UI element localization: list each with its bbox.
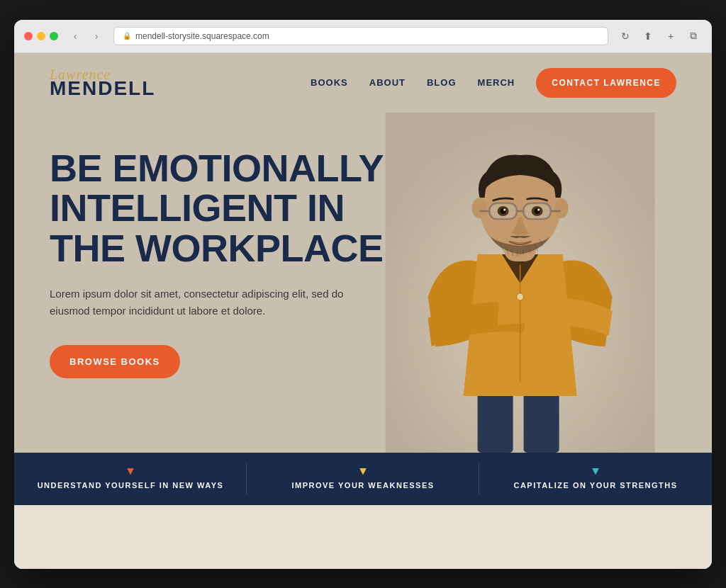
banner-text-1: UNDERSTAND YOURSELF IN NEW WAYS	[38, 481, 224, 490]
hero-title-line2: INTELLIGENT IN	[50, 186, 345, 229]
nav-books[interactable]: BOOKS	[311, 77, 348, 88]
copy-button[interactable]: ⧉	[685, 28, 702, 45]
banner-text-2: IMPROVE YOUR WEAKNESSES	[291, 481, 434, 490]
browser-nav: ‹ ›	[67, 28, 105, 45]
logo-bold: MENDELL	[50, 79, 155, 98]
nav-merch[interactable]: MERCH	[478, 77, 515, 88]
svg-point-7	[471, 198, 486, 218]
banner-item-2[interactable]: IMPROVE YOUR WEAKNESSES	[247, 453, 479, 505]
dot-yellow-icon	[359, 468, 367, 475]
nav-about[interactable]: ABOUT	[369, 77, 406, 88]
forward-button[interactable]: ›	[88, 28, 105, 45]
lock-icon: 🔒	[123, 32, 131, 40]
new-tab-button[interactable]: +	[662, 28, 679, 45]
browse-books-button[interactable]: BROWSE BOOKS	[50, 345, 180, 378]
dot-orange-icon	[127, 468, 134, 475]
hero-content: BE EMOTIONALLY INTELLIGENT IN THE WORKPL…	[50, 141, 394, 410]
close-button[interactable]	[24, 32, 33, 40]
site-nav: BOOKS ABOUT BLOG MERCH CONTACT LAWRENCE	[311, 68, 676, 98]
hero-subtitle: Lorem ipsum dolor sit amet, consectetur …	[50, 285, 347, 320]
svg-point-20	[503, 208, 506, 210]
banner-item-1[interactable]: UNDERSTAND YOURSELF IN NEW WAYS	[14, 453, 247, 505]
url-text: mendell-storysite.squarespace.com	[135, 31, 269, 41]
dot-teal-icon	[592, 468, 599, 475]
svg-point-21	[537, 208, 540, 210]
nav-blog[interactable]: BLOG	[427, 77, 457, 88]
browser-actions: ↻ ⬆ + ⧉	[617, 28, 702, 45]
browser-chrome: ‹ › 🔒 mendell-storysite.squarespace.com …	[14, 20, 712, 53]
back-button[interactable]: ‹	[67, 28, 84, 45]
minimize-button[interactable]	[37, 32, 45, 40]
contact-button[interactable]: CONTACT LAWRENCE	[536, 68, 676, 98]
bottom-banner: UNDERSTAND YOURSELF IN NEW WAYS IMPROVE …	[14, 453, 712, 505]
address-bar[interactable]: 🔒 mendell-storysite.squarespace.com	[113, 27, 608, 45]
banner-item-3[interactable]: CAPITALIZE ON YOUR STRENGTHS	[479, 453, 712, 505]
hero-title: BE EMOTIONALLY INTELLIGENT IN THE WORKPL…	[50, 148, 394, 268]
share-button[interactable]: ⬆	[640, 28, 657, 45]
reload-button[interactable]: ↻	[617, 28, 634, 45]
site-header: Lawrence MENDELL BOOKS ABOUT BLOG MERCH …	[14, 53, 712, 113]
traffic-lights	[24, 32, 58, 40]
svg-point-8	[554, 198, 568, 218]
svg-point-4	[516, 293, 523, 300]
browser-window: ‹ › 🔒 mendell-storysite.squarespace.com …	[14, 20, 712, 569]
hero-title-line3: THE WORKPLACE	[50, 227, 383, 269]
maximize-button[interactable]	[50, 32, 58, 40]
site-content: Lawrence MENDELL BOOKS ABOUT BLOG MERCH …	[14, 53, 712, 569]
sub-section	[14, 505, 712, 569]
logo[interactable]: Lawrence MENDELL	[50, 67, 155, 98]
hero-title-line1: BE EMOTIONALLY	[50, 147, 384, 189]
hero-section: BE EMOTIONALLY INTELLIGENT IN THE WORKPL…	[14, 113, 712, 453]
banner-text-3: CAPITALIZE ON YOUR STRENGTHS	[513, 481, 677, 490]
